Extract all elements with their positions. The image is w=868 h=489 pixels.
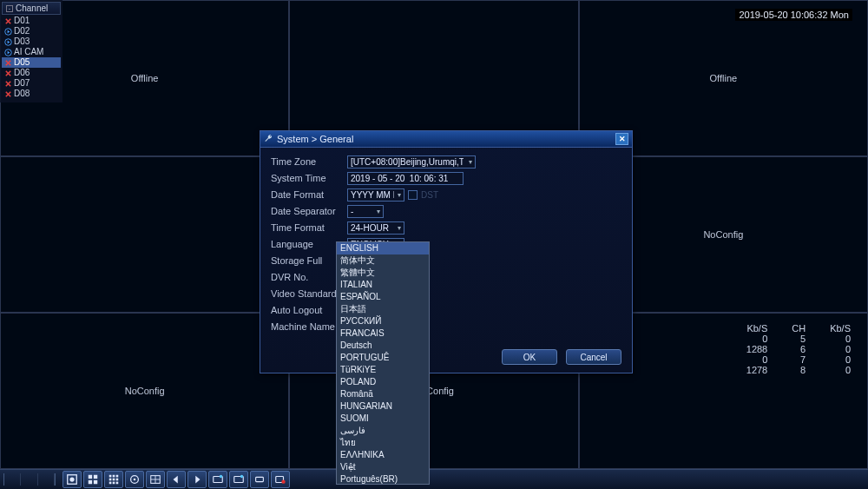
language-option[interactable]: HUNGARIAN bbox=[337, 400, 429, 413]
datesep-select[interactable]: -▾ bbox=[347, 205, 384, 218]
language-option[interactable]: ESPAÑOL bbox=[337, 291, 429, 303]
language-option[interactable]: 简体中文 bbox=[337, 254, 429, 267]
language-option[interactable]: ΕΛΛΗΝΙΚΑ bbox=[337, 449, 429, 461]
svg-point-19 bbox=[134, 479, 136, 481]
x-icon bbox=[4, 59, 12, 67]
layout-alt-button[interactable] bbox=[125, 471, 144, 488]
cell-status: Offline bbox=[710, 73, 738, 83]
timezone-select[interactable]: [UTC+08:00]Beijing,Urumqi,Ta▾ bbox=[347, 155, 476, 169]
channel-label: AI CAM bbox=[14, 47, 43, 57]
channel-label: D03 bbox=[14, 36, 30, 47]
svg-rect-5 bbox=[89, 475, 92, 479]
bitrate-stats: Kb/S CH Kb/S 050128860070127880 bbox=[734, 323, 863, 375]
dateformat-select[interactable]: YYYY MM D▾ bbox=[347, 188, 404, 202]
screen-b-button[interactable] bbox=[229, 471, 248, 488]
cell-status: NoConfig bbox=[703, 229, 743, 240]
channel-tree-header[interactable]: - Channel bbox=[2, 2, 61, 15]
channel-label: D05 bbox=[14, 57, 30, 68]
play-icon bbox=[4, 49, 12, 56]
play-icon bbox=[4, 38, 12, 46]
language-option[interactable]: POLAND bbox=[337, 376, 429, 388]
record-button[interactable] bbox=[271, 471, 290, 488]
x-icon bbox=[4, 17, 12, 25]
label-timeformat: Time Format bbox=[271, 222, 347, 233]
language-option[interactable]: TüRKiYE bbox=[337, 364, 429, 376]
grid-cell[interactable] bbox=[0, 156, 289, 313]
layout-grid-button[interactable] bbox=[146, 471, 165, 488]
x-icon bbox=[4, 69, 12, 77]
toolbar-spacer bbox=[3, 473, 56, 486]
channel-label: D06 bbox=[14, 68, 30, 78]
cell-status: NoConfig bbox=[125, 386, 165, 396]
bottom-toolbar bbox=[0, 469, 868, 489]
channel-label: D01 bbox=[14, 16, 30, 26]
svg-rect-11 bbox=[116, 475, 119, 478]
datetime-display: 2019-05-20 10:06:32 Mon bbox=[735, 9, 852, 21]
screen-a-button[interactable] bbox=[208, 471, 227, 488]
svg-point-4 bbox=[69, 477, 74, 481]
label-timezone: Time Zone bbox=[271, 156, 347, 167]
language-option[interactable]: SUOMI bbox=[337, 413, 429, 425]
language-option[interactable]: РУССКИЙ bbox=[337, 315, 429, 327]
language-option[interactable]: Việt bbox=[337, 461, 429, 473]
svg-point-24 bbox=[220, 475, 223, 479]
dialog-titlebar[interactable]: System > General ✕ bbox=[260, 131, 632, 148]
x-icon bbox=[4, 80, 12, 88]
label-dst: DST bbox=[421, 190, 438, 200]
layout-4-button[interactable] bbox=[83, 471, 102, 488]
label-dateformat: Date Format bbox=[271, 189, 347, 200]
language-option[interactable]: PORTUGUÊ bbox=[337, 352, 429, 364]
play-icon bbox=[4, 28, 12, 36]
svg-point-29 bbox=[281, 479, 285, 483]
minus-icon: - bbox=[6, 5, 13, 12]
prev-button[interactable] bbox=[167, 471, 186, 488]
language-option[interactable]: ไทย bbox=[337, 437, 429, 449]
grid-cell[interactable]: NoConfig bbox=[0, 313, 289, 469]
dst-checkbox[interactable] bbox=[408, 190, 418, 200]
language-option[interactable]: 繁體中文 bbox=[337, 267, 429, 279]
svg-rect-13 bbox=[113, 479, 115, 481]
dialog-title-text: System > General bbox=[277, 134, 353, 144]
channel-label: D08 bbox=[14, 89, 30, 99]
ok-button[interactable]: OK bbox=[502, 349, 557, 365]
cancel-button[interactable]: Cancel bbox=[566, 349, 621, 365]
svg-rect-7 bbox=[89, 480, 92, 484]
svg-rect-14 bbox=[116, 479, 119, 481]
svg-rect-10 bbox=[113, 475, 115, 478]
system-general-dialog: System > General ✕ Time Zone [UTC+08:00]… bbox=[260, 130, 633, 373]
svg-rect-12 bbox=[109, 479, 112, 481]
channel-item[interactable]: D08 bbox=[2, 89, 61, 99]
svg-rect-6 bbox=[94, 475, 97, 479]
cell-status: Offline bbox=[131, 73, 159, 83]
close-button[interactable]: ✕ bbox=[615, 133, 628, 145]
timeformat-select[interactable]: 24-HOUR▾ bbox=[347, 221, 404, 235]
channel-item[interactable]: D06 bbox=[2, 68, 61, 78]
next-button[interactable] bbox=[187, 471, 207, 488]
channel-item[interactable]: D07 bbox=[2, 78, 61, 89]
channel-item[interactable]: D05 bbox=[2, 57, 61, 68]
language-dropdown-list: ENGLISH简体中文繁體中文ITALIANESPAÑOL日本語РУССКИЙF… bbox=[336, 241, 430, 485]
language-option[interactable]: FRANCAIS bbox=[337, 327, 429, 340]
channel-label: D07 bbox=[14, 78, 30, 89]
language-option[interactable]: فارسی bbox=[337, 425, 429, 437]
channel-item[interactable]: D02 bbox=[2, 26, 61, 36]
language-option[interactable]: 日本語 bbox=[337, 303, 429, 315]
svg-rect-9 bbox=[109, 475, 112, 478]
svg-rect-16 bbox=[113, 482, 115, 485]
svg-rect-27 bbox=[256, 477, 264, 481]
language-option[interactable]: Português(BR) bbox=[337, 473, 429, 485]
channel-item[interactable]: AI CAM bbox=[2, 47, 61, 57]
wrench-icon bbox=[264, 134, 273, 145]
language-option[interactable]: Deutsch bbox=[337, 340, 429, 352]
svg-rect-17 bbox=[116, 482, 119, 485]
channel-item[interactable]: D03 bbox=[2, 36, 61, 47]
channel-item[interactable]: D01 bbox=[2, 16, 61, 26]
language-option[interactable]: ITALIAN bbox=[337, 279, 429, 291]
usb-button[interactable] bbox=[250, 471, 269, 488]
layout-9-button[interactable] bbox=[104, 471, 123, 488]
language-option[interactable]: Română bbox=[337, 388, 429, 400]
systemtime-input[interactable] bbox=[347, 172, 464, 185]
language-option[interactable]: ENGLISH bbox=[337, 242, 429, 254]
layout-1-button[interactable] bbox=[62, 471, 82, 488]
channel-tree: - Channel D01D02D03AI CAMD05D06D07D08 bbox=[0, 0, 62, 102]
